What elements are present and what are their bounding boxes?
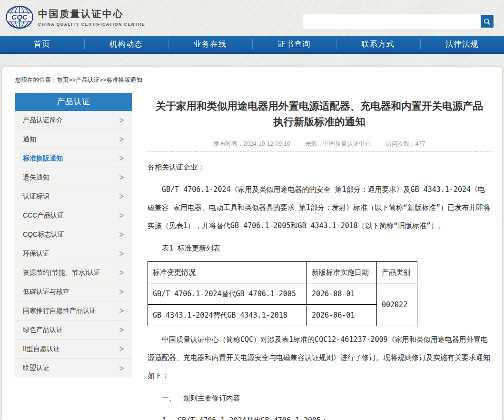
- main-nav: 首页 机构动态 业务在线 证书查询 联系方式 法律法规: [0, 36, 504, 54]
- sidebar-item-label: CQC标志认证: [23, 230, 119, 239]
- search-button[interactable]: [481, 15, 494, 28]
- sidebar-item-ccc[interactable]: CCC产品认证 >: [15, 206, 132, 225]
- nav-item-contact[interactable]: 联系方式: [336, 36, 420, 52]
- nav-item-certquery[interactable]: 证书查询: [252, 36, 336, 52]
- sidebar-item-label: 低碳认证与核查: [23, 288, 119, 296]
- article-body: 各相关认证企业： GB/T 4706.1-2024《家用及类似用途电器的的安全 …: [148, 158, 491, 420]
- logo-text: 中国质量认证中心 CHINA QUALITY CERTIFICATION CEN…: [38, 8, 145, 27]
- chevron-right-icon: >: [119, 154, 124, 163]
- breadcrumb: 您现在的位置：首页>>产品认证>>标准换版通知: [15, 76, 142, 84]
- chevron-right-icon: >: [119, 344, 124, 354]
- nav-item-news[interactable]: 机构动态: [84, 36, 168, 52]
- sidebar-item-intro[interactable]: 产品认证简介 >: [15, 111, 132, 130]
- chevron-right-icon: >: [119, 287, 124, 297]
- sidebar-title: 产品认证: [15, 93, 132, 111]
- sidebar-item-low-carbon[interactable]: 低碳认证与核查 >: [15, 282, 132, 301]
- sidebar-item-resource-saving[interactable]: 资源节约(节能、节水)认证 >: [15, 263, 132, 282]
- sidebar-item-cqc-mark[interactable]: CQC标志认证 >: [15, 225, 132, 244]
- list-item-1: 1. GB/T 4706.1-2024替代GB 4706.1-2005；: [148, 411, 491, 420]
- paragraph-1: GB/T 4706.1-2024《家用及类似用途电器的的安全 第1部分：通用要求…: [148, 180, 491, 235]
- chevron-right-icon: >: [119, 192, 124, 201]
- source-value: 中国质量认证中心: [323, 140, 371, 147]
- visit-count: 访问次数：477: [385, 140, 425, 147]
- source-label: 来源：: [305, 140, 323, 147]
- chevron-right-icon: >: [119, 116, 124, 125]
- article-title: 关于家用和类似用途电器用外置电源适配器、充电器和内置开关电源产品 执行新版标准的…: [148, 99, 491, 130]
- publish-time: 发布时间：2024-10-12 09:10: [213, 140, 290, 147]
- sidebar-item-label: 国家推行自愿性产品认证: [23, 307, 119, 315]
- th-product-category: 产品类别: [377, 262, 417, 283]
- sidebar-item-label: 环保认证: [23, 250, 119, 258]
- publish-time-value: 2024-10-12 09:10: [243, 140, 290, 147]
- cell-date-2: 2026-06-01: [307, 305, 377, 326]
- logo-title-cn: 中国质量认证中心: [38, 8, 145, 20]
- chevron-right-icon: >: [119, 325, 124, 335]
- cell-date-1: 2026-08-01: [307, 283, 377, 305]
- search-input[interactable]: [303, 14, 479, 29]
- sidebar-item-standard-change-notice[interactable]: 标准换版通知 >: [15, 149, 132, 168]
- visit-count-value: 477: [415, 140, 425, 147]
- sidebar-item-label: II型自愿认证: [23, 345, 119, 353]
- sidebar-item-label: 标准换版通知: [23, 154, 119, 163]
- breadcrumb-separator: >>: [99, 77, 107, 83]
- table-row: GB/T 4706.1-2024替代GB 4706.1-2005 2026-08…: [148, 283, 417, 305]
- breadcrumb-label: 您现在的位置：: [15, 77, 57, 83]
- logo-title-en: CHINA QUALITY CERTIFICATION CENTRE: [38, 22, 145, 27]
- article-title-line2: 执行新版标准的通知: [148, 114, 491, 130]
- visit-count-label: 访问次数：: [385, 140, 415, 147]
- sidebar-item-alliance[interactable]: 联盟认证 >: [15, 359, 132, 378]
- paragraph-2: 中国质量认证中心（简称CQC）对涉及表1标准的CQC12-461237-2009…: [148, 330, 491, 385]
- cell-product-category: 002022: [377, 283, 417, 326]
- section-1-heading: 一、 规则主要修订内容: [148, 389, 491, 407]
- publish-time-label: 发布时间：: [213, 140, 243, 147]
- chevron-right-icon: >: [119, 173, 124, 182]
- source: 来源：中国质量认证中心: [305, 140, 371, 147]
- nav-item-home[interactable]: 首页: [0, 36, 84, 52]
- cqc-globe-logo-icon: CQC: [6, 4, 33, 30]
- chevron-right-icon: >: [119, 135, 124, 144]
- standards-update-table: 标准变更情况 新版标准实施日期 产品类别 GB/T 4706.1-2024替代G…: [148, 261, 417, 326]
- search-icon: [484, 18, 491, 25]
- table-header-row: 标准变更情况 新版标准实施日期 产品类别: [148, 262, 417, 283]
- page: CQC 中国质量认证中心 CHINA QUALITY CERTIFICATION…: [0, 0, 504, 420]
- sidebar-item-label: 绿色产品认证: [23, 326, 119, 334]
- sidebar-item-green-product[interactable]: 绿色产品认证 >: [15, 320, 132, 340]
- sidebar-item-notice[interactable]: 通知 >: [15, 130, 132, 149]
- content-panel: 您现在的位置：首页>>产品认证>>标准换版通知 产品认证 产品认证简介 > 通知…: [2, 67, 502, 420]
- table-caption: 表1 标准更新列表: [148, 239, 491, 257]
- site-logo[interactable]: CQC 中国质量认证中心 CHINA QUALITY CERTIFICATION…: [6, 4, 145, 30]
- salutation: 各相关认证企业：: [148, 158, 491, 176]
- chevron-right-icon: >: [119, 230, 124, 240]
- chevron-right-icon: >: [119, 249, 124, 259]
- sidebar-item-label: 遗失通知: [23, 173, 119, 182]
- sidebar-item-type2-voluntary[interactable]: II型自愿认证 >: [15, 340, 132, 359]
- sidebar-item-label: 联盟认证: [23, 364, 119, 372]
- nav-item-online[interactable]: 业务在线: [168, 36, 252, 52]
- nav-item-laws[interactable]: 法律法规: [420, 36, 504, 52]
- sidebar-item-label: 资源节约(节能、节水)认证: [23, 269, 119, 277]
- chevron-right-icon: >: [119, 306, 124, 316]
- sidebar-item-label: 产品认证简介: [23, 116, 119, 125]
- sidebar-item-cert-mark[interactable]: 认证标识 >: [15, 187, 132, 206]
- sidebar-item-label: 认证标识: [23, 192, 119, 201]
- breadcrumb-current[interactable]: 标准换版通知: [107, 77, 142, 83]
- site-header: CQC 中国质量认证中心 CHINA QUALITY CERTIFICATION…: [0, 0, 504, 36]
- breadcrumb-product-cert[interactable]: 产品认证: [76, 77, 99, 83]
- chevron-right-icon: >: [119, 268, 124, 278]
- sidebar-item-national-voluntary[interactable]: 国家推行自愿性产品认证 >: [15, 301, 132, 320]
- breadcrumb-home[interactable]: 首页: [57, 77, 69, 83]
- cell-standard-change-1: GB/T 4706.1-2024替代GB 4706.1-2005: [148, 283, 307, 305]
- sidebar-item-loss-notice[interactable]: 遗失通知 >: [15, 168, 132, 187]
- logo-monogram: CQC: [11, 13, 28, 21]
- th-implementation-date: 新版标准实施日期: [307, 262, 377, 283]
- article-title-line1: 关于家用和类似用途电器用外置电源适配器、充电器和内置开关电源产品: [148, 99, 491, 114]
- sidebar-item-environment[interactable]: 环保认证 >: [15, 244, 132, 263]
- chevron-right-icon: >: [119, 363, 124, 373]
- breadcrumb-separator: >>: [69, 77, 76, 83]
- sidebar-item-label: 通知: [23, 135, 119, 144]
- search-bar: [303, 14, 495, 29]
- th-standard-change: 标准变更情况: [148, 262, 307, 283]
- sidebar-item-label: CCC产品认证: [23, 211, 119, 220]
- article: 关于家用和类似用途电器用外置电源适配器、充电器和内置开关电源产品 执行新版标准的…: [148, 93, 491, 420]
- cell-standard-change-2: GB 4343.1-2024替代GB 4343.1-2018: [148, 305, 307, 326]
